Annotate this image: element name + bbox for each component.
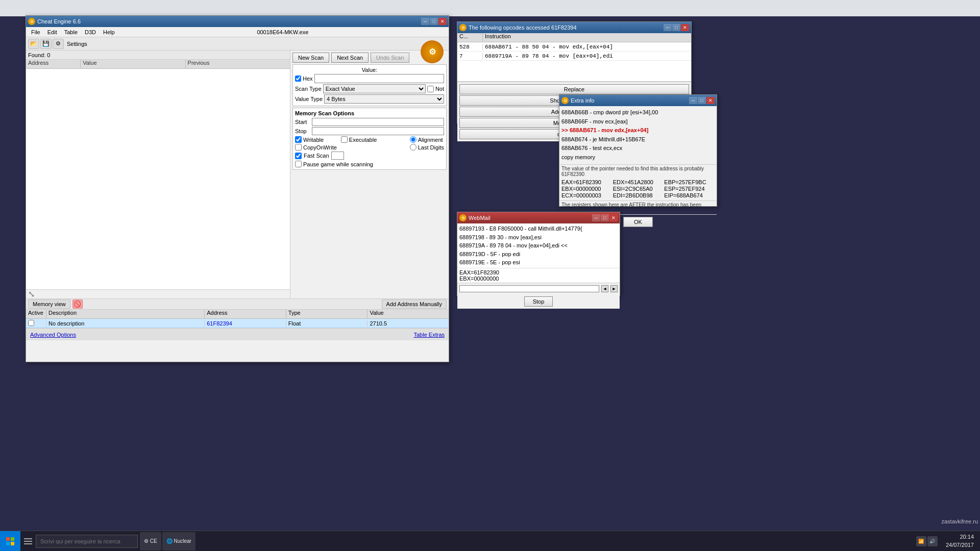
next-scan-button[interactable]: Next Scan: [331, 53, 369, 63]
tray-volume-icon[interactable]: 🔊: [927, 536, 938, 546]
add-address-manually-button[interactable]: Add Address Manually: [382, 299, 447, 309]
ptr-stop-button[interactable]: Stop: [524, 296, 553, 307]
memory-view-button[interactable]: Memory view: [28, 299, 70, 309]
dis-logo-icon: ⚙: [459, 24, 467, 31]
extra-close-button[interactable]: ✕: [706, 97, 715, 104]
hex-row: Hex 61F82390: [295, 74, 444, 83]
dis-maximize-button[interactable]: □: [672, 24, 680, 31]
ce-maximize-button[interactable]: □: [430, 18, 438, 25]
pause-label: Pause game while scanning: [303, 161, 373, 167]
process-name: 00018E64-MKW.exe: [119, 29, 447, 35]
svg-rect-3: [11, 542, 14, 545]
dis-close-button[interactable]: ✕: [681, 24, 689, 31]
dis-row-1[interactable]: 7 6889719A - 89 78 04 - mov [eax+04],edi: [457, 52, 691, 61]
extra-maximize-button[interactable]: □: [698, 97, 706, 104]
hex-value-input[interactable]: 61F82390: [314, 74, 444, 83]
extra-title: Extra info: [571, 97, 594, 104]
alignment-radio[interactable]: [410, 136, 416, 143]
start-button[interactable]: [0, 531, 20, 552]
extra-ok-button[interactable]: OK: [623, 217, 653, 227]
new-scan-button[interactable]: New Scan: [292, 53, 329, 63]
menu-d3d[interactable]: D3D: [82, 28, 99, 36]
cell-active: [26, 320, 46, 327]
fast-scan-input[interactable]: 4: [331, 152, 344, 160]
toolbar-open-icon[interactable]: 📂: [28, 39, 39, 49]
ptr-scrollbar[interactable]: [459, 285, 599, 292]
addr-col-address: Address: [205, 310, 286, 318]
start-row: Start: [295, 118, 444, 126]
taskbar-item-ce[interactable]: ⚙ CE: [140, 532, 161, 550]
executable-checkbox[interactable]: [341, 136, 348, 143]
svg-rect-5: [24, 541, 32, 542]
not-checkbox[interactable]: [427, 86, 434, 92]
taskbar-search-input[interactable]: [36, 535, 138, 548]
ce-split-area: Found: 0 Address Value Previous ⤡ New Sc…: [26, 51, 449, 298]
taskbar-tray: 📶 🔊: [914, 536, 940, 546]
ptr-close-button[interactable]: ✕: [609, 214, 618, 221]
toolbar-save-icon[interactable]: 💾: [40, 39, 52, 49]
address-table: Active Description Address Type Value No…: [26, 310, 449, 328]
value-type-label: Value Type: [295, 96, 323, 102]
taskbar-clock[interactable]: 20:14 24/07/2017: [940, 533, 980, 549]
col-previous: Previous: [186, 60, 290, 68]
table-row[interactable]: No description 61F82394 Float 2710.5: [26, 319, 449, 328]
value-type-select[interactable]: 4 Bytes: [324, 94, 444, 104]
ptr-scroll-left[interactable]: ◄: [601, 285, 608, 292]
menu-help[interactable]: Help: [100, 28, 118, 36]
ptr-asm-line-1: 68897198 - 89 30 - mov [eax],esi: [459, 233, 618, 242]
ce-close-button[interactable]: ✕: [438, 18, 447, 25]
ce-menubar: File Edit Table D3D Help 00018E64-MKW.ex…: [26, 27, 449, 37]
delete-icon[interactable]: 🚫: [72, 299, 83, 309]
hex-label: Hex: [303, 76, 313, 82]
extra-pointer-note: The value of the pointer needed to find …: [559, 164, 717, 178]
svg-rect-1: [11, 537, 14, 541]
scan-type-select[interactable]: Exact Value: [323, 84, 426, 93]
toolbar-process-icon[interactable]: ⚙: [53, 39, 64, 49]
not-label: Not: [435, 86, 444, 92]
hex-checkbox[interactable]: [295, 76, 301, 82]
found-label: Found: 0: [26, 51, 290, 60]
svg-rect-6: [24, 543, 32, 544]
cheat-engine-window: ⚙ Cheat Engine 6.6 ─ □ ✕ File Edit Table…: [26, 15, 449, 362]
fast-scan-checkbox[interactable]: [295, 153, 302, 159]
lastdigits-radio[interactable]: [410, 144, 416, 151]
ptr-maximize-button[interactable]: □: [601, 214, 609, 221]
executable-row: Executable: [341, 136, 377, 143]
writable-checkbox[interactable]: [295, 136, 302, 143]
ptr-reg-1: EBX=00000000: [459, 276, 618, 282]
ce-logo-icon: ⚙: [28, 18, 35, 25]
settings-button[interactable]: Settings: [67, 41, 87, 47]
extra-asm-line-0: 688AB66B - cmp dword ptr [esi+34],00: [561, 108, 715, 117]
taskbar-item-browser[interactable]: 🌐 Nuclear: [162, 532, 195, 550]
table-extras-link[interactable]: Table Extras: [413, 332, 445, 338]
menu-table[interactable]: Table: [61, 28, 81, 36]
pause-checkbox[interactable]: [295, 161, 302, 167]
pause-row: Pause game while scanning: [295, 161, 444, 167]
extra-minimize-button[interactable]: ─: [689, 97, 697, 104]
stop-input[interactable]: [312, 127, 444, 135]
ptr-asm-content: 68897193 - E8 F8050000 - call Mithrill.d…: [457, 223, 620, 268]
ptr-scroll-right[interactable]: ►: [610, 285, 618, 292]
row-active-checkbox[interactable]: [28, 320, 34, 326]
advanced-options-link[interactable]: Advanced Options: [30, 332, 76, 338]
lastdigits-row: Last Digits: [410, 144, 444, 151]
resize-handle[interactable]: ⤡: [28, 289, 35, 298]
ptr-asm-line-0: 68897193 - E8 F8050000 - call Mithrill.d…: [459, 224, 618, 233]
copyonwrite-checkbox[interactable]: [295, 144, 302, 151]
menu-edit[interactable]: Edit: [44, 28, 60, 36]
dis-minimize-button[interactable]: ─: [664, 24, 672, 31]
menu-file[interactable]: File: [28, 28, 43, 36]
undo-scan-button[interactable]: Undo Scan: [371, 53, 409, 63]
dis-col-instruction: Instruction: [483, 33, 691, 42]
ce-minimize-button[interactable]: ─: [421, 18, 429, 25]
dis-instr-0: 688AB671 - 88 50 04 - mov edx,[eax+04]: [483, 44, 691, 50]
tray-network-icon[interactable]: 📶: [916, 536, 926, 546]
ptr-minimize-button[interactable]: ─: [592, 214, 600, 221]
ptr-asm-line-3: 6889719D - 5F - pop edi: [459, 250, 618, 259]
dis-row-0[interactable]: 528 688AB671 - 88 50 04 - mov edx,[eax+0…: [457, 42, 691, 52]
start-input[interactable]: [312, 118, 444, 126]
replace-button[interactable]: Replace: [459, 84, 689, 94]
task-view-button[interactable]: [20, 531, 36, 552]
dis-instr-1: 6889719A - 89 78 04 - mov [eax+04],edi: [483, 53, 691, 59]
extra-registers: EAX=61F82390 EDX=451A2800 EBP=257EF9BC E…: [559, 178, 717, 199]
